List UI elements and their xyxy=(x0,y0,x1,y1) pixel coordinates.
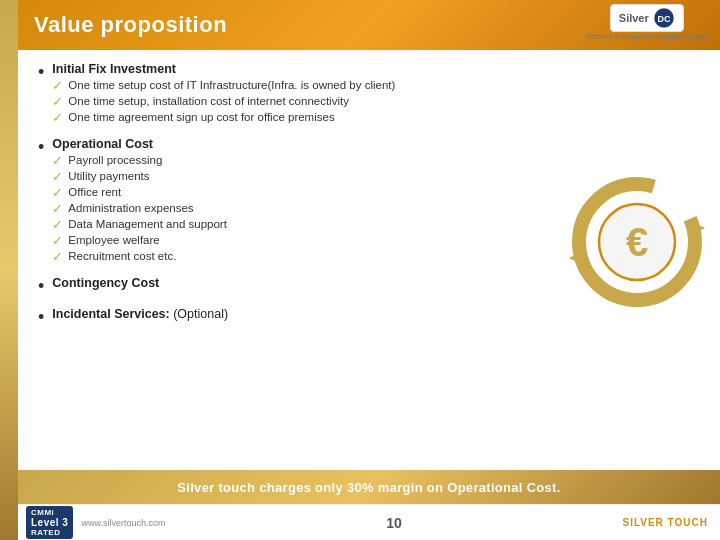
brand-logo: SILVER TOUCH xyxy=(622,517,708,528)
checkmark-icon: ✓ xyxy=(52,110,63,125)
page-number: 10 xyxy=(386,515,402,531)
list-item: ✓ One time setup cost of IT Infrastructu… xyxy=(52,79,700,93)
checkmark-icon: ✓ xyxy=(52,153,63,168)
left-decorative-bar xyxy=(0,0,18,540)
checkmark-icon: ✓ xyxy=(52,94,63,109)
bullet-4: • xyxy=(38,307,44,328)
section-1-list: ✓ One time setup cost of IT Infrastructu… xyxy=(52,79,700,125)
utility-text: Utility payments xyxy=(68,170,149,182)
recruitment-text: Recruitment cost etc. xyxy=(68,250,176,262)
bullet-1: • xyxy=(38,62,44,83)
euro-graphic: € xyxy=(565,170,710,319)
footer-strip: CMMiLevel 3RATED www.silvertouch.com 10 … xyxy=(18,504,720,540)
cmmi-badge: CMMiLevel 3RATED xyxy=(26,506,73,539)
euro-svg: € xyxy=(565,170,710,315)
checkmark-icon: ✓ xyxy=(52,78,63,93)
checkmark-icon: ✓ xyxy=(52,249,63,264)
checkmark-icon: ✓ xyxy=(52,233,63,248)
svg-text:DC: DC xyxy=(657,14,670,24)
data-mgmt-text: Data Management and support xyxy=(68,218,227,230)
bullet-2: • xyxy=(38,137,44,158)
page-title: Value proposition xyxy=(34,12,227,38)
logo-silver: Silver xyxy=(619,12,649,24)
item-text: One time setup, installation cost of int… xyxy=(68,95,349,107)
section-initial-fix: • Initial Fix Investment ✓ One time setu… xyxy=(38,62,700,127)
logo-area: Silver DC Offshore Software Development … xyxy=(586,4,708,40)
payroll-text: Payroll processing xyxy=(68,154,162,166)
logo-box: Silver DC xyxy=(610,4,684,32)
item-text: One time agreement sign up cost for offi… xyxy=(68,111,334,123)
office-rent-text: Office rent xyxy=(68,186,121,198)
bottom-golden-bar: Silver touch charges only 30% margin on … xyxy=(18,470,720,504)
website-text: www.silvertouch.com xyxy=(81,518,165,528)
checkmark-icon: ✓ xyxy=(52,201,63,216)
section-1-content: Initial Fix Investment ✓ One time setup … xyxy=(52,62,700,127)
bullet-3: • xyxy=(38,276,44,297)
employee-welfare-text: Employee welfare xyxy=(68,234,159,246)
footer-left: CMMiLevel 3RATED www.silvertouch.com xyxy=(26,506,165,539)
header-bar: Value proposition Silver DC Offshore Sof… xyxy=(18,0,720,50)
section-1-title: Initial Fix Investment xyxy=(52,62,700,76)
checkmark-icon: ✓ xyxy=(52,185,63,200)
list-item: ✓ One time agreement sign up cost for of… xyxy=(52,111,700,125)
list-item: ✓ One time setup, installation cost of i… xyxy=(52,95,700,109)
admin-text: Administration expenses xyxy=(68,202,193,214)
checkmark-icon: ✓ xyxy=(52,169,63,184)
bottom-bar-text: Silver touch charges only 30% margin on … xyxy=(177,480,560,495)
list-item: ✓ Payroll processing xyxy=(52,154,700,168)
svg-text:€: € xyxy=(626,220,648,264)
item-text: One time setup cost of IT Infrastructure… xyxy=(68,79,395,91)
checkmark-icon: ✓ xyxy=(52,217,63,232)
logo-icon: DC xyxy=(653,7,675,29)
section-2-title: Operational Cost xyxy=(52,137,700,151)
logo-subtitle: Offshore Software Development Centre xyxy=(586,33,708,40)
